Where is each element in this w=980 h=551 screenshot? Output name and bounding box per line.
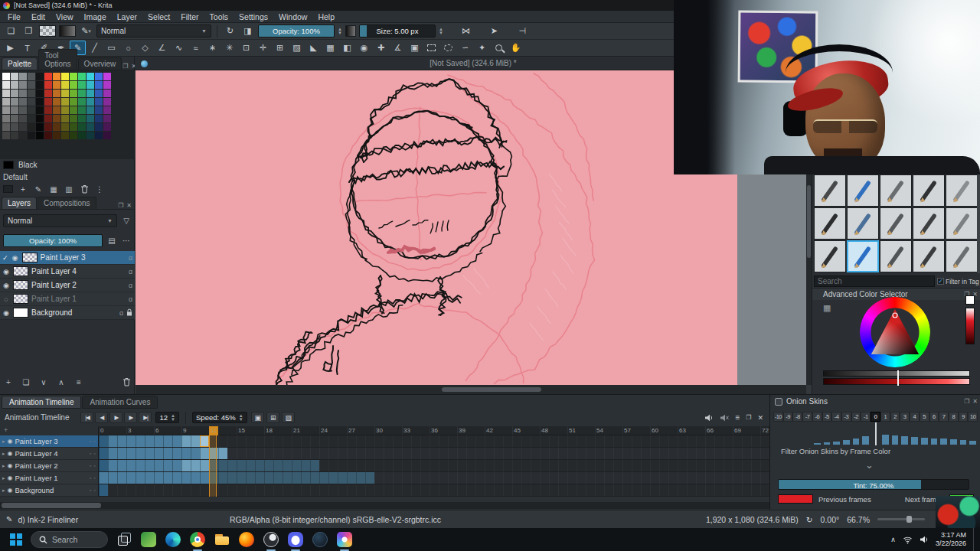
- brush-search-input[interactable]: [814, 276, 935, 287]
- rectangular-selection-tool[interactable]: [423, 41, 439, 55]
- palette-swatch[interactable]: [61, 123, 69, 131]
- brush-preset-tile[interactable]: [814, 207, 846, 240]
- palette-swatch[interactable]: [11, 123, 18, 131]
- palette-swatch[interactable]: [44, 90, 52, 97]
- tray-expand-chevron[interactable]: ∧: [890, 536, 896, 543]
- similar-color-selection-tool[interactable]: ✦: [474, 41, 490, 55]
- palette-swatch[interactable]: [19, 106, 27, 114]
- layer-visibility-icon[interactable]: ◉: [8, 450, 13, 457]
- onion-opacity-bar[interactable]: [960, 440, 967, 445]
- palette-swatch[interactable]: [36, 123, 44, 131]
- palette-swatch[interactable]: [2, 123, 10, 131]
- palette-swatch[interactable]: [78, 90, 86, 97]
- taskbar-app-steam[interactable]: [310, 530, 330, 549]
- palette-swatch[interactable]: [11, 98, 18, 106]
- palette-swatch[interactable]: [70, 123, 77, 131]
- zoom-tool[interactable]: [491, 41, 507, 55]
- elliptical-selection-tool[interactable]: [440, 41, 456, 55]
- palette-swatch[interactable]: [61, 115, 69, 122]
- tab-overview[interactable]: Overview: [78, 57, 122, 70]
- onion-frame--1[interactable]: -1: [861, 412, 871, 422]
- palette-swatch[interactable]: [2, 81, 10, 89]
- menu-help[interactable]: Help: [312, 11, 340, 22]
- onion-frame-6[interactable]: 6: [929, 412, 939, 422]
- tab-compositions[interactable]: Compositions: [38, 197, 96, 209]
- float-docker-icon[interactable]: ❐: [118, 202, 123, 209]
- layer-opacity-slider[interactable]: Opacity: 100%: [3, 234, 103, 247]
- layer-row[interactable]: ◉Paint Layer 2ɑ: [0, 279, 135, 292]
- filter-onion-skins-label[interactable]: Filter Onion Skins by Frame Color: [781, 447, 890, 455]
- taskbar-app-krita[interactable]: [335, 530, 354, 549]
- palette-swatch[interactable]: [2, 132, 10, 139]
- palette-swatch[interactable]: [28, 90, 35, 97]
- onion-opacity-bar[interactable]: [969, 441, 976, 445]
- frame-span[interactable]: [209, 460, 319, 471]
- palette-swatch[interactable]: [95, 90, 103, 97]
- palette-swatch[interactable]: [61, 73, 69, 80]
- onion-frame-8[interactable]: 8: [949, 412, 959, 422]
- saturation-value-triangle[interactable]: [868, 307, 922, 357]
- menu-view[interactable]: View: [51, 11, 79, 22]
- palette-swatch[interactable]: [78, 123, 86, 131]
- size-spin-arrows[interactable]: ▲▼: [439, 28, 443, 35]
- tab-palette[interactable]: Palette: [2, 57, 38, 70]
- frame-span[interactable]: [108, 460, 181, 471]
- palette-swatch[interactable]: [103, 73, 111, 80]
- lightness-shade-slider[interactable]: [823, 370, 970, 377]
- saturation-shade-slider[interactable]: [823, 378, 970, 385]
- palette-swatch[interactable]: [2, 73, 10, 80]
- palette-swatch[interactable]: [70, 98, 77, 106]
- timeline-frames-area[interactable]: [99, 460, 769, 472]
- timeline-layer-label[interactable]: ▸◉Paint Layer 4▫◦: [0, 448, 99, 460]
- palette-swatch[interactable]: [19, 73, 27, 80]
- taskbar-search[interactable]: [31, 531, 108, 548]
- onion-opacity-bar[interactable]: [911, 437, 918, 445]
- palette-swatch[interactable]: [28, 98, 35, 106]
- taskbar-app-firefox[interactable]: [237, 530, 256, 549]
- frame-span[interactable]: [209, 472, 374, 484]
- previous-frame-button[interactable]: ◀: [95, 412, 108, 423]
- brush-preset-tile[interactable]: [847, 207, 879, 240]
- onion-frame--4[interactable]: -4: [831, 412, 841, 422]
- onion-opacity-bar[interactable]: [882, 435, 889, 445]
- palette-swatch[interactable]: [28, 123, 35, 131]
- frame-span[interactable]: [200, 435, 209, 447]
- layer-row[interactable]: ◉Paint Layer 4ɑ: [0, 265, 135, 279]
- new-document-button[interactable]: ❏: [4, 24, 18, 38]
- palette-swatch[interactable]: [36, 115, 44, 122]
- palette-swatch[interactable]: [95, 81, 103, 89]
- transform-tool[interactable]: ⊡: [238, 41, 254, 55]
- add-swatch-button[interactable]: +: [18, 184, 28, 194]
- brush-preset-tile[interactable]: [946, 174, 978, 207]
- layer-onion-icon[interactable]: ▫: [90, 439, 91, 444]
- palette-swatch[interactable]: [44, 132, 52, 139]
- onion-frame--9[interactable]: -9: [783, 412, 793, 422]
- onion-frame--8[interactable]: -8: [792, 412, 802, 422]
- duplicate-layer-button[interactable]: ❏: [21, 377, 31, 387]
- layer-pin-icon[interactable]: ◦: [94, 463, 96, 468]
- pan-tool[interactable]: ✋: [508, 41, 524, 55]
- onion-frame-7[interactable]: 7: [939, 412, 949, 422]
- palette-swatch[interactable]: [70, 106, 77, 114]
- dynamic-brush-tool[interactable]: ∗: [204, 41, 220, 55]
- expand-caret-icon[interactable]: ▸: [2, 439, 5, 445]
- timeline-frames-area[interactable]: [99, 484, 769, 497]
- palette-swatch[interactable]: [19, 81, 27, 89]
- timeline-layer-label[interactable]: ▸◉Paint Layer 1▫◦: [0, 472, 99, 484]
- onion-frame--5[interactable]: -5: [822, 412, 832, 422]
- layer-properties-button[interactable]: ≡: [74, 377, 84, 387]
- onion-opacity-bar[interactable]: [824, 442, 831, 445]
- palette-swatch[interactable]: [44, 123, 52, 131]
- palette-swatch[interactable]: [103, 98, 111, 106]
- frame-ruler[interactable]: 0369121518212427303336394245485154576063…: [0, 426, 769, 435]
- layer-blending-mode-combobox[interactable]: Normal▼: [3, 214, 117, 227]
- palette-swatch[interactable]: [53, 115, 60, 122]
- menu-select[interactable]: Select: [142, 11, 175, 22]
- palette-swatch[interactable]: [28, 81, 35, 89]
- palette-swatch[interactable]: [78, 73, 86, 80]
- layer-visibility-toggle[interactable]: ◉: [2, 282, 10, 289]
- menu-filter[interactable]: Filter: [175, 11, 204, 22]
- current-brush-preset[interactable]: d) Ink-2 Fineliner: [18, 515, 78, 524]
- tab-layers[interactable]: Layers: [2, 197, 37, 209]
- onion-opacity-bar[interactable]: [862, 436, 869, 445]
